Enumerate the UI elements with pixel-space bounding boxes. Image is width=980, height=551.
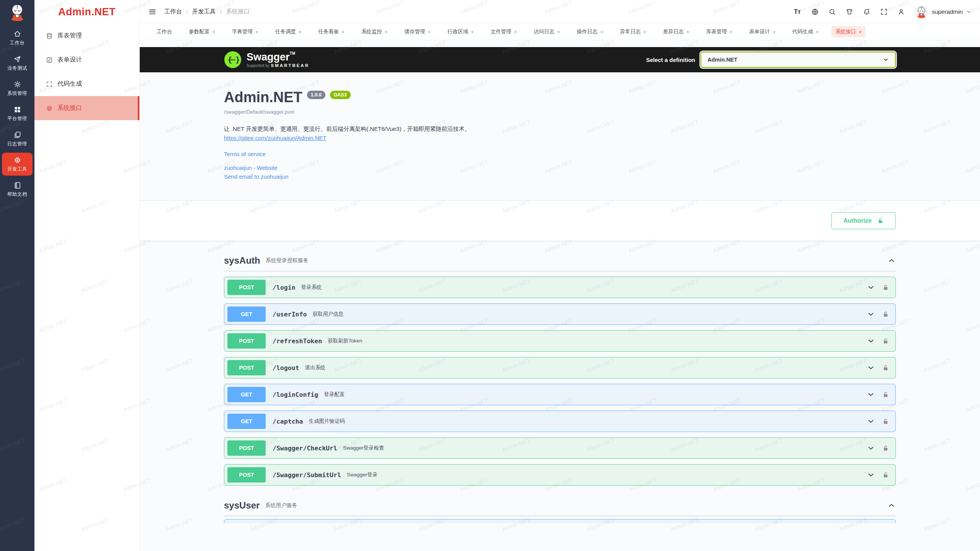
tab-close-icon[interactable]: × [212, 29, 216, 34]
page-tab[interactable]: 系统接口× [831, 26, 866, 37]
notifications-bell-icon[interactable] [863, 8, 871, 16]
tab-close-icon[interactable]: × [471, 29, 474, 34]
tab-close-icon[interactable]: × [428, 29, 431, 34]
page-tab[interactable]: 代码生成× [789, 26, 823, 37]
rail-menu-item[interactable]: 平台管理 [2, 102, 33, 125]
tab-close-icon[interactable]: × [730, 29, 733, 34]
lock-open-icon[interactable] [882, 311, 889, 318]
operation-row[interactable]: GET /userInfo 获取用户信息 [224, 303, 896, 325]
page-tab[interactable]: 工作台 [153, 26, 176, 37]
operation-summary: 退出系统 [305, 364, 326, 371]
contact-email-link[interactable]: Send email to zuohuaijun [224, 173, 288, 180]
page-tab[interactable]: 字典管理× [228, 26, 262, 37]
tab-close-icon[interactable]: × [859, 29, 862, 34]
terms-of-service-link[interactable]: Terms of service [224, 151, 266, 157]
rail-item-label: 日志管理 [7, 141, 27, 147]
smartbear-wordmark: SMARTBEAR [271, 63, 309, 68]
operation-summary: Swagger登录 [347, 471, 377, 478]
tab-close-icon[interactable]: × [557, 29, 560, 34]
collapse-chevron-up-icon [887, 501, 896, 510]
expand-chevron-icon[interactable] [867, 310, 875, 318]
page-tab[interactable]: 库表管理× [702, 26, 737, 37]
tab-close-icon[interactable]: × [686, 29, 689, 34]
section-description: 系统用户服务 [265, 502, 297, 509]
page-tab[interactable]: 参数配置× [185, 26, 219, 37]
fullscreen-icon[interactable] [880, 8, 888, 16]
tab-close-icon[interactable]: × [341, 29, 345, 34]
sidebar-menu-item[interactable]: 表单设计 [34, 48, 139, 72]
search-icon[interactable] [828, 8, 836, 16]
expand-chevron-icon[interactable] [867, 337, 875, 345]
expand-chevron-icon[interactable] [867, 390, 875, 399]
collapse-menu-icon[interactable] [148, 8, 157, 16]
page-tab[interactable]: 差异日志× [659, 26, 693, 37]
rail-menu-item[interactable]: 日志管理 [2, 127, 33, 150]
font-size-icon[interactable]: Tт [794, 8, 802, 16]
page-tab[interactable]: 行政区域× [444, 26, 478, 37]
page-tab[interactable]: 文件管理× [487, 26, 521, 37]
rail-menu-item[interactable]: 系统管理 [2, 77, 33, 100]
operation-row[interactable]: POST /refreshToken 获取刷新Token [224, 330, 896, 352]
rail-menu-item[interactable]: 帮助文档 [2, 178, 33, 201]
tab-close-icon[interactable]: × [255, 29, 258, 34]
lock-open-icon[interactable] [882, 471, 889, 479]
breadcrumb-item[interactable]: 工作台 [164, 8, 182, 16]
operation-row[interactable]: POST /Swagger/SubmitUrl Swagger登录 [224, 464, 896, 486]
expand-chevron-icon[interactable] [867, 364, 875, 372]
lock-open-icon[interactable] [882, 337, 889, 345]
section-header-sysuser[interactable]: sysUser 系统用户服务 [224, 500, 896, 516]
expand-chevron-icon[interactable] [867, 283, 875, 292]
operation-row[interactable]: POST /Swagger/CheckUrl Swagger登录检查 [224, 437, 896, 459]
page-tab[interactable]: 任务看板× [314, 26, 348, 37]
lock-open-icon[interactable] [882, 418, 889, 425]
tab-close-icon[interactable]: × [773, 29, 776, 34]
operation-row[interactable]: GET /loginConfig 登录配置 [224, 384, 896, 405]
operation-row[interactable]: GET /captcha 生成图片验证码 [224, 411, 896, 432]
rail-menu-item[interactable]: 开发工具 [2, 153, 33, 176]
theme-shirt-icon[interactable] [846, 8, 853, 16]
user-menu[interactable]: superadmin [915, 5, 972, 19]
breadcrumb-item[interactable]: 开发工具 [192, 8, 216, 16]
lock-open-icon[interactable] [882, 445, 889, 452]
lock-open-icon[interactable] [882, 284, 889, 291]
rail-menu-item[interactable]: 业务测试 [2, 52, 33, 75]
lock-open-icon[interactable] [882, 391, 889, 398]
page-tab[interactable]: 异常日志× [616, 26, 650, 37]
breadcrumb-item[interactable]: 系统接口 [226, 8, 250, 16]
profile-person-icon[interactable] [897, 8, 905, 16]
sidebar-menu-item[interactable]: 系统接口 [34, 96, 139, 120]
tab-close-icon[interactable]: × [643, 29, 646, 34]
sidebar-menu-item[interactable]: 代码生成 [34, 72, 139, 96]
lock-open-icon[interactable] [882, 364, 889, 372]
tab-label: 库表管理 [706, 28, 727, 35]
authorize-button[interactable]: Authorize [831, 212, 896, 229]
tab-close-icon[interactable]: × [385, 29, 388, 34]
page-tab[interactable]: 缓存管理× [400, 26, 434, 37]
expand-chevron-icon[interactable] [867, 444, 875, 452]
operation-row[interactable]: POST /logout 退出系统 [224, 357, 896, 378]
tab-close-icon[interactable]: × [600, 29, 603, 34]
tab-close-icon[interactable]: × [299, 29, 302, 34]
partial-operation-row[interactable] [224, 519, 896, 523]
page-tab[interactable]: 任务调度× [271, 26, 305, 37]
rail-menu-item[interactable]: 工作台 [2, 26, 33, 49]
page-tab[interactable]: 系统监控× [358, 26, 392, 37]
page-tab[interactable]: 操作日志× [573, 26, 607, 37]
tab-close-icon[interactable]: × [816, 29, 819, 34]
tab-bar: 工作台参数配置×字典管理×任务调度×任务看板×系统监控×缓存管理×行政区域×文件… [140, 24, 980, 40]
contact-website-link[interactable]: zuohuaijun - Website [224, 165, 278, 171]
tab-label: 表单设计 [749, 28, 770, 35]
operation-row[interactable]: POST /login 登录系统 [224, 277, 896, 298]
operation-path: /captcha [273, 418, 303, 425]
sidebar-menu-item[interactable]: 库表管理 [34, 24, 139, 48]
section-header-sysauth[interactable]: sysAuth 系统登录授权服务 [224, 255, 896, 271]
tab-close-icon[interactable]: × [514, 29, 517, 34]
definition-select[interactable]: Admin.NET [701, 52, 896, 68]
expand-chevron-icon[interactable] [867, 417, 875, 425]
language-icon[interactable] [811, 8, 819, 16]
repo-link[interactable]: https://gitee.com/zuohuaijun/Admin.NET [224, 135, 327, 141]
expand-chevron-icon[interactable] [867, 471, 875, 479]
app-logo-avatar[interactable] [7, 2, 28, 22]
page-tab[interactable]: 访问日志× [530, 26, 564, 37]
page-tab[interactable]: 表单设计× [745, 26, 779, 37]
